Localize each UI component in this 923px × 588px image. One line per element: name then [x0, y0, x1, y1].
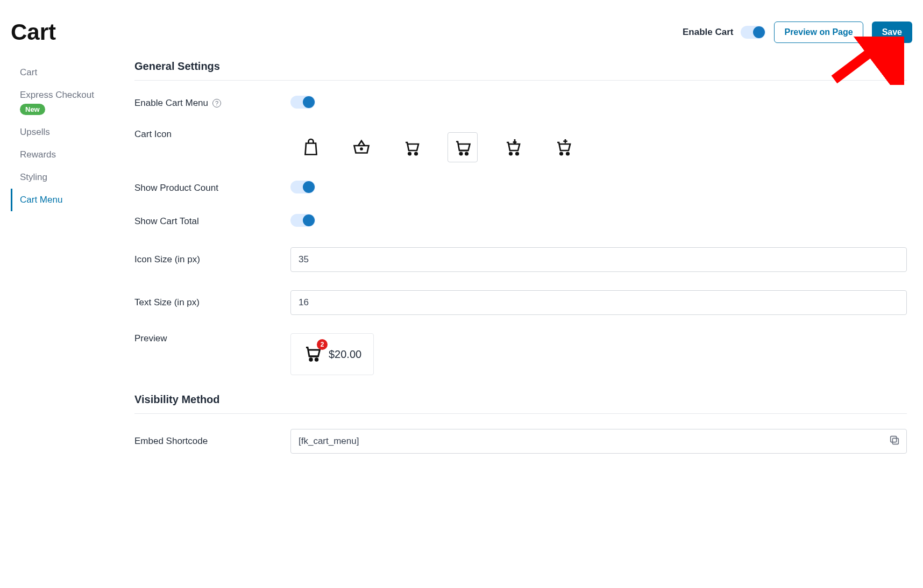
- preview-label: Preview: [134, 333, 290, 344]
- sidebar-item-cart-menu[interactable]: Cart Menu: [11, 189, 118, 211]
- copy-icon[interactable]: [889, 434, 900, 448]
- sidebar-item-label: Styling: [20, 172, 47, 182]
- sidebar-item-styling[interactable]: Styling: [11, 166, 118, 189]
- show-cart-total-toggle[interactable]: [290, 214, 315, 227]
- cart-plus-icon[interactable]: [549, 132, 579, 162]
- enable-cart-toggle[interactable]: [741, 26, 765, 39]
- svg-point-3: [415, 153, 417, 155]
- svg-point-10: [310, 358, 313, 361]
- cart-icon[interactable]: [397, 132, 427, 162]
- cart-alt-icon: [303, 355, 322, 364]
- sidebar-item-express-checkout[interactable]: Express Checkout New: [11, 84, 118, 121]
- sidebar-item-cart[interactable]: Cart: [11, 61, 118, 84]
- embed-shortcode-input[interactable]: [290, 429, 907, 454]
- sidebar-item-upsells[interactable]: Upsells: [11, 121, 118, 144]
- sidebar-item-label: Express Checkout: [20, 90, 94, 100]
- svg-point-7: [516, 153, 519, 155]
- cart-down-icon[interactable]: [498, 132, 528, 162]
- embed-shortcode-label: Embed Shortcode: [134, 436, 290, 447]
- preview-count-badge: 2: [317, 339, 328, 350]
- save-button[interactable]: Save: [872, 21, 912, 43]
- svg-rect-13: [891, 436, 897, 442]
- enable-cart-menu-toggle[interactable]: [290, 96, 315, 109]
- svg-rect-12: [892, 438, 898, 444]
- page-title: Cart: [11, 19, 56, 45]
- show-product-count-toggle[interactable]: [290, 181, 315, 193]
- preview-on-page-button[interactable]: Preview on Page: [774, 21, 863, 43]
- cart-menu-preview: 2 $20.00: [290, 333, 374, 375]
- svg-point-5: [465, 153, 468, 155]
- svg-point-8: [560, 153, 563, 155]
- enable-cart-label: Enable Cart: [683, 27, 733, 38]
- section-title-general: General Settings: [134, 60, 907, 81]
- sidebar-item-label: Rewards: [20, 149, 56, 160]
- svg-point-6: [509, 153, 512, 155]
- svg-point-1: [361, 148, 363, 150]
- enable-cart-menu-label: Enable Cart Menu: [134, 98, 208, 109]
- text-size-input[interactable]: [290, 290, 907, 315]
- icon-size-label: Icon Size (in px): [134, 254, 290, 265]
- sidebar: Cart Express Checkout New Upsells Reward…: [11, 60, 118, 472]
- sidebar-item-label: Upsells: [20, 127, 50, 137]
- show-cart-total-label: Show Cart Total: [134, 216, 290, 227]
- section-title-visibility: Visibility Method: [134, 393, 907, 414]
- show-product-count-label: Show Product Count: [134, 183, 290, 193]
- cart-icon-label: Cart Icon: [134, 129, 290, 140]
- svg-point-9: [566, 153, 569, 155]
- sidebar-item-label: Cart Menu: [20, 195, 62, 205]
- text-size-label: Text Size (in px): [134, 297, 290, 308]
- header-actions: Enable Cart Preview on Page Save: [683, 21, 912, 43]
- cart-alt-icon[interactable]: [448, 132, 478, 162]
- shopping-bag-icon[interactable]: [296, 132, 326, 162]
- sidebar-item-rewards[interactable]: Rewards: [11, 144, 118, 166]
- basket-icon[interactable]: [346, 132, 377, 162]
- new-badge: New: [20, 104, 45, 115]
- svg-point-2: [408, 153, 411, 155]
- svg-point-4: [460, 153, 463, 155]
- preview-total: $20.00: [329, 348, 361, 361]
- svg-point-11: [315, 358, 318, 361]
- sidebar-item-label: Cart: [20, 67, 37, 77]
- icon-size-input[interactable]: [290, 247, 907, 272]
- help-icon[interactable]: ?: [212, 99, 221, 107]
